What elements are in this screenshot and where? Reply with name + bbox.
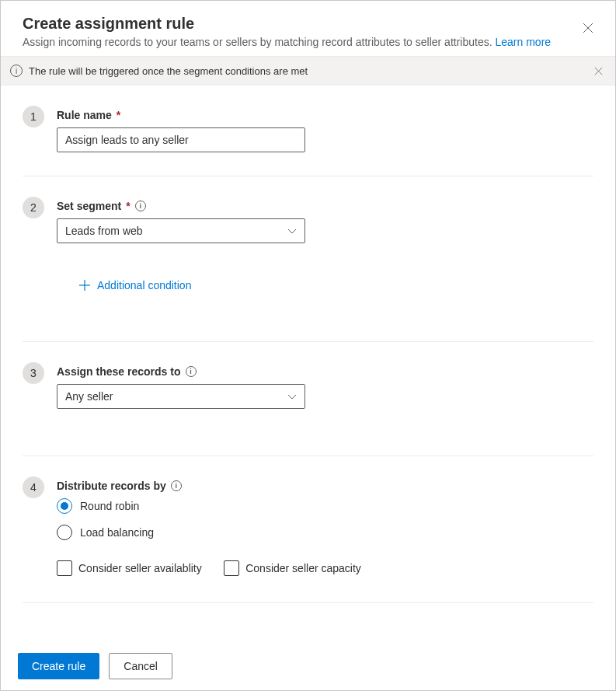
required-indicator: * <box>126 200 130 212</box>
chevron-down-icon <box>287 225 297 237</box>
distribute-radio-group: Round robin Load balancing <box>57 498 593 540</box>
close-icon <box>594 67 603 75</box>
set-segment-label: Set segment * i <box>57 200 593 212</box>
chevron-down-icon <box>287 390 297 403</box>
dialog-footer: Create rule Cancel <box>18 653 172 679</box>
create-rule-button[interactable]: Create rule <box>18 653 99 679</box>
learn-more-link[interactable]: Learn more <box>495 36 551 48</box>
distribute-label: Distribute records by i <box>57 480 593 492</box>
info-text: The rule will be triggered once the segm… <box>29 65 308 77</box>
cancel-button[interactable]: Cancel <box>109 653 172 679</box>
info-banner: i The rule will be triggered once the se… <box>1 56 615 86</box>
checkbox-availability[interactable]: Consider seller availablity <box>57 560 202 576</box>
step-number: 2 <box>23 197 44 218</box>
radio-icon <box>57 498 72 514</box>
page-title: Create assignment rule <box>23 15 593 33</box>
section-assign-to: 3 Assign these records to i Any seller <box>23 342 593 456</box>
radio-load-balancing[interactable]: Load balancing <box>57 525 593 540</box>
info-icon: i <box>10 65 23 77</box>
checkbox-row: Consider seller availablity Consider sel… <box>57 551 593 579</box>
info-icon[interactable]: i <box>135 201 146 211</box>
info-icon[interactable]: i <box>186 366 197 377</box>
assign-to-dropdown[interactable]: Any seller <box>57 384 305 409</box>
step-number: 3 <box>23 362 44 384</box>
radio-round-robin[interactable]: Round robin <box>57 498 593 514</box>
info-close-button[interactable] <box>590 63 606 79</box>
additional-condition-link[interactable]: Additional condition <box>78 279 191 291</box>
checkbox-icon <box>57 560 72 576</box>
section-rule-name: 1 Rule name * <box>23 86 593 176</box>
radio-icon <box>57 525 72 540</box>
close-button[interactable] <box>578 18 598 38</box>
section-set-segment: 2 Set segment * i Leads from web Additio… <box>23 176 593 342</box>
step-number: 4 <box>23 476 44 498</box>
assign-to-label: Assign these records to i <box>57 365 593 378</box>
checkbox-capacity[interactable]: Consider seller capacity <box>224 560 361 576</box>
form-body: 1 Rule name * 2 Set segment * i Leads fr… <box>1 86 615 603</box>
info-icon[interactable]: i <box>171 480 182 491</box>
checkbox-icon <box>224 560 239 576</box>
dialog-header: Create assignment rule Assign incoming r… <box>1 1 615 56</box>
section-distribute: 4 Distribute records by i Round robin Lo… <box>23 456 593 603</box>
rule-name-input[interactable] <box>57 127 305 152</box>
step-number: 1 <box>23 106 44 127</box>
rule-name-label: Rule name * <box>57 109 593 121</box>
plus-icon <box>78 279 91 291</box>
page-subtitle: Assign incoming records to your teams or… <box>23 36 593 48</box>
close-icon <box>583 23 593 33</box>
segment-dropdown[interactable]: Leads from web <box>57 218 305 243</box>
required-indicator: * <box>117 109 120 121</box>
